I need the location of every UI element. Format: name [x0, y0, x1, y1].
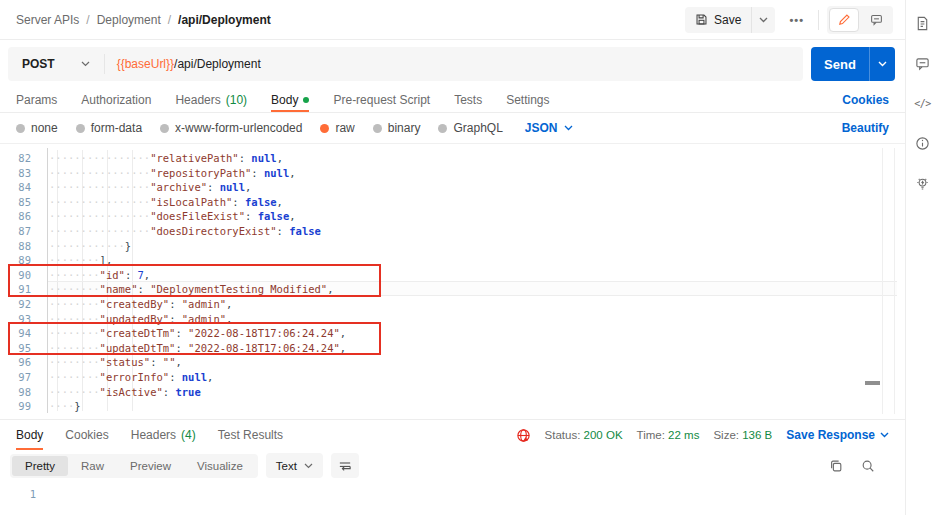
code-line-84[interactable]: 84················"archive": null,	[0, 180, 905, 195]
tab-headers[interactable]: Headers(10)	[175, 88, 247, 112]
tab-body[interactable]: Body	[271, 88, 309, 112]
search-response-button[interactable]	[861, 459, 875, 473]
tab-authorization[interactable]: Authorization	[81, 88, 151, 112]
line-content: ················"isLocalPath": false,	[40, 195, 283, 210]
response-tab-test-results[interactable]: Test Results	[218, 420, 283, 450]
chevron-down-icon	[564, 125, 573, 131]
code-line-87[interactable]: 87················"doesDirectoryExist": …	[0, 224, 905, 239]
response-view-switcher: Pretty Raw Preview Visualize	[10, 454, 258, 478]
chevron-down-icon	[880, 432, 889, 438]
editor-scrollbar-track[interactable]	[882, 148, 895, 414]
tab-params[interactable]: Params	[16, 88, 57, 112]
beautify-link[interactable]: Beautify	[842, 121, 889, 135]
format-selector[interactable]: JSON	[525, 121, 573, 135]
editor-scrollbar-thumb[interactable]	[865, 381, 880, 385]
network-warning-icon[interactable]	[516, 428, 531, 443]
response-tab-body[interactable]: Body	[16, 420, 43, 450]
status-value: 200 OK	[584, 429, 623, 441]
code-line-88[interactable]: 88············}	[0, 239, 905, 254]
chevron-down-icon	[878, 61, 887, 67]
view-visualize[interactable]: Visualize	[184, 456, 256, 476]
tab-label: Headers	[131, 428, 176, 442]
line-number: 85	[0, 195, 40, 210]
view-raw[interactable]: Raw	[68, 456, 117, 476]
tab-settings[interactable]: Settings	[506, 88, 549, 112]
radio-label: binary	[388, 121, 421, 135]
radio-icon	[76, 124, 85, 133]
code-line-96[interactable]: 96········"status": "",	[0, 355, 905, 370]
save-response-button[interactable]: Save Response	[786, 428, 889, 442]
time-label: Time:	[637, 429, 665, 441]
view-pretty[interactable]: Pretty	[12, 456, 68, 476]
save-options-button[interactable]	[751, 7, 775, 33]
tab-tests[interactable]: Tests	[454, 88, 482, 112]
request-body-editor[interactable]: 82················"relativePath": null,8…	[0, 144, 905, 420]
response-body-viewer[interactable]: 1	[0, 481, 905, 515]
breadcrumb-request[interactable]: /api/Deployment	[178, 13, 271, 27]
code-line-98[interactable]: 98········"isActive": true	[0, 385, 905, 400]
response-toolbar: Pretty Raw Preview Visualize Text	[0, 450, 905, 481]
body-type-binary[interactable]: binary	[373, 121, 421, 135]
code-line-97[interactable]: 97········"errorInfo": null,	[0, 370, 905, 385]
pull-request-insights-button[interactable]	[914, 174, 932, 192]
save-button[interactable]: Save	[685, 7, 751, 33]
tab-label: Cookies	[65, 428, 108, 442]
status-badge: Status: 200 OK	[545, 429, 623, 441]
radio-icon	[438, 124, 447, 133]
copy-response-button[interactable]	[829, 459, 843, 473]
format-label: JSON	[525, 121, 558, 135]
body-type-none[interactable]: none	[16, 121, 58, 135]
code-line-86[interactable]: 86················"doesFileExist": false…	[0, 209, 905, 224]
documentation-icon	[915, 16, 930, 31]
body-type-raw[interactable]: raw	[320, 121, 354, 135]
radio-label: none	[31, 121, 58, 135]
code-line-92[interactable]: 92········"createdBy": "admin",	[0, 297, 905, 312]
body-type-form-data[interactable]: form-data	[76, 121, 142, 135]
url-field: POST {{baseUrl}}/api/Deployment	[8, 47, 803, 81]
tab-pre-request-script[interactable]: Pre-request Script	[333, 88, 430, 112]
response-tab-headers[interactable]: Headers(4)	[131, 420, 196, 450]
cookies-link[interactable]: Cookies	[842, 93, 889, 107]
code-snippet-button[interactable]: </>	[914, 94, 932, 112]
wrap-lines-button[interactable]	[331, 453, 359, 478]
radio-label: GraphQL	[453, 121, 502, 135]
send-button-label: Send	[824, 57, 856, 72]
comments-button[interactable]	[914, 54, 932, 72]
wrap-text-icon	[338, 460, 352, 472]
breadcrumb-collection[interactable]: Server APIs	[16, 13, 79, 27]
save-icon	[695, 13, 708, 26]
method-selector[interactable]: POST	[8, 57, 104, 71]
line-number: 82	[0, 151, 40, 166]
view-label: Pretty	[25, 460, 55, 472]
breadcrumb-separator: /	[168, 13, 171, 27]
comment-mode-button[interactable]	[861, 8, 891, 32]
url-input[interactable]: {{baseUrl}}/api/Deployment	[105, 57, 261, 71]
save-button-label: Save	[714, 13, 741, 27]
divider	[818, 10, 819, 30]
line-number: 84	[0, 180, 40, 195]
code-line-82[interactable]: 82················"relativePath": null,	[0, 151, 905, 166]
body-type-graphql[interactable]: GraphQL	[438, 121, 502, 135]
line-number: 83	[0, 166, 40, 181]
body-type-x-www-form-urlencoded[interactable]: x-www-form-urlencoded	[160, 121, 302, 135]
tab-label: Settings	[506, 93, 549, 107]
line-number: 98	[0, 385, 40, 400]
response-tab-cookies[interactable]: Cookies	[65, 420, 108, 450]
info-button[interactable]	[914, 134, 932, 152]
more-options-button[interactable]: •••	[783, 14, 810, 26]
info-icon	[915, 136, 930, 151]
view-preview[interactable]: Preview	[117, 456, 184, 476]
code-line-85[interactable]: 85················"isLocalPath": false,	[0, 195, 905, 210]
code-line-83[interactable]: 83················"repositoryPath": null…	[0, 166, 905, 181]
edit-mode-button[interactable]	[829, 8, 859, 32]
breadcrumb-folder[interactable]: Deployment	[97, 13, 161, 27]
code-icon: </>	[914, 98, 931, 109]
lightbulb-icon	[915, 176, 930, 191]
documentation-button[interactable]	[914, 14, 932, 32]
code-line-99[interactable]: 99····}	[0, 399, 905, 414]
request-tabs: Params Authorization Headers(10) Body Pr…	[0, 88, 905, 113]
response-format-selector[interactable]: Text	[266, 453, 323, 478]
line-content: ················"doesFileExist": false,	[40, 209, 296, 224]
send-options-button[interactable]	[869, 47, 895, 81]
send-button[interactable]: Send	[811, 47, 869, 81]
